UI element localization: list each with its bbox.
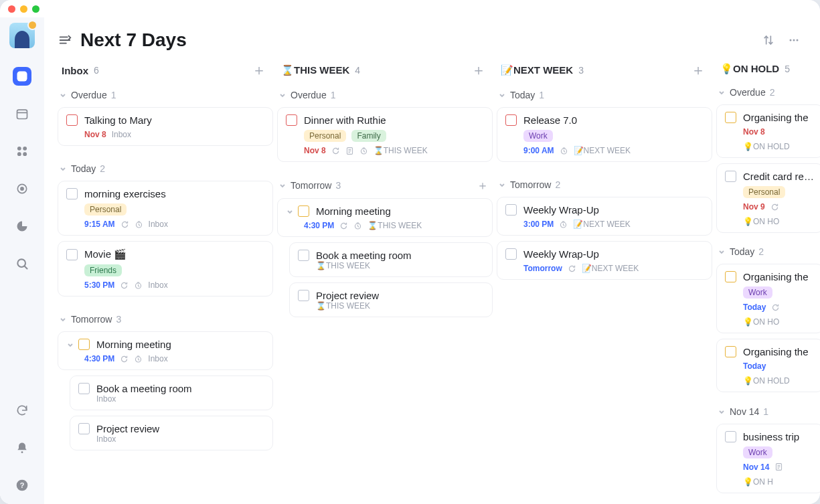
task-card[interactable]: Release 7.0Work9:00 AM📝NEXT WEEK xyxy=(497,107,712,162)
view-icon[interactable] xyxy=(58,33,72,48)
main: Next 7 Days Inbox6＋Overdue1Talking to Ma… xyxy=(44,17,820,504)
section-count: 1 xyxy=(111,90,116,100)
add-task-button[interactable]: ＋ xyxy=(477,179,489,191)
section-header[interactable]: Tomorrow3 xyxy=(58,311,273,331)
task-checkbox[interactable] xyxy=(725,171,736,182)
nav-notifications[interactable] xyxy=(13,438,31,457)
column-count: 6 xyxy=(94,65,99,76)
task-card[interactable]: Weekly Wrap-Up3:00 PM📝NEXT WEEK xyxy=(497,197,712,236)
task-checkbox[interactable] xyxy=(505,204,517,216)
task-title: Book a meeting room xyxy=(316,250,412,261)
recur-icon xyxy=(331,147,340,155)
task-list-crumb: 📝NEXT WEEK xyxy=(573,220,630,229)
task-checkbox[interactable] xyxy=(66,114,78,126)
tag: Friends xyxy=(84,264,122,276)
task-card[interactable]: Book a meeting room⌛THIS WEEK xyxy=(289,242,493,277)
task-checkbox[interactable] xyxy=(298,250,309,261)
expand-icon[interactable] xyxy=(66,341,74,349)
expand-icon[interactable] xyxy=(286,207,294,216)
task-card[interactable]: Organising theWorkToday💡ON HO xyxy=(716,264,820,333)
section-header[interactable]: Overdue1 xyxy=(58,87,273,107)
chevron-down-icon xyxy=(59,165,67,173)
task-card[interactable]: Weekly Wrap-UpTomorrow📝NEXT WEEK xyxy=(497,241,712,280)
svg-rect-0 xyxy=(17,72,27,82)
app-window: ? Next 7 Days Inbox6＋Overdue1Talking to … xyxy=(0,0,820,504)
task-checkbox[interactable] xyxy=(505,114,517,126)
task-card[interactable]: Morning meeting4:30 PMInbox xyxy=(58,331,273,370)
column-count: 5 xyxy=(785,64,790,74)
nav-timer[interactable] xyxy=(13,217,31,236)
section-header[interactable]: Today1 xyxy=(497,87,712,107)
chevron-down-icon xyxy=(278,181,286,189)
task-list-crumb: 💡ON HOLD xyxy=(743,376,790,386)
task-card[interactable]: Dinner with RuthiePersonalFamilyNov 8⌛TH… xyxy=(277,107,493,162)
section-header[interactable]: Nov 141 xyxy=(716,404,820,424)
task-checkbox[interactable] xyxy=(298,205,309,217)
task-card[interactable]: morning exercisesPersonal9:15 AMInbox xyxy=(58,181,273,236)
add-task-button[interactable]: ＋ xyxy=(691,63,706,78)
more-button[interactable] xyxy=(785,31,803,49)
section-header[interactable]: Today2 xyxy=(58,161,273,181)
add-task-button[interactable]: ＋ xyxy=(252,63,266,78)
nav-sync[interactable] xyxy=(13,401,31,420)
task-time: 5:30 PM xyxy=(84,280,114,290)
task-card[interactable]: business tripWorkNov 14💡ON H xyxy=(716,424,820,493)
task-time: Today xyxy=(743,361,766,371)
add-task-button[interactable]: ＋ xyxy=(471,63,486,78)
svg-point-21 xyxy=(797,39,799,41)
task-checkbox[interactable] xyxy=(78,339,90,350)
task-card[interactable]: Movie 🎬Friends5:30 PMInbox xyxy=(58,241,273,297)
task-time: Nov 9 xyxy=(743,202,765,212)
section-label: Overdue xyxy=(71,90,107,100)
task-time: Nov 8 xyxy=(304,146,326,155)
sort-button[interactable] xyxy=(760,31,777,49)
task-checkbox[interactable] xyxy=(725,271,736,282)
chevron-down-icon xyxy=(718,88,726,96)
column-header: 📝NEXT WEEK3＋ xyxy=(497,59,712,87)
svg-line-40 xyxy=(363,151,365,152)
task-checkbox[interactable] xyxy=(725,346,736,357)
task-checkbox[interactable] xyxy=(66,249,78,260)
task-checkbox[interactable] xyxy=(78,423,90,434)
section-header[interactable]: Tomorrow3＋ xyxy=(277,177,493,198)
nav-calendar[interactable] xyxy=(13,104,31,123)
chevron-down-icon xyxy=(278,91,286,99)
nav-tasks[interactable] xyxy=(13,67,31,86)
task-time: 9:15 AM xyxy=(84,220,115,229)
svg-point-4 xyxy=(23,147,27,151)
close-window[interactable] xyxy=(8,5,15,13)
task-checkbox[interactable] xyxy=(286,114,297,126)
section-header[interactable]: Today2 xyxy=(716,244,820,264)
task-checkbox[interactable] xyxy=(505,248,517,260)
task-checkbox[interactable] xyxy=(66,188,78,199)
task-title: Organising the xyxy=(743,112,809,123)
section-label: Tomorrow xyxy=(510,179,551,190)
task-checkbox[interactable] xyxy=(298,290,309,301)
task-title: Project review xyxy=(316,290,379,301)
task-card[interactable]: Organising theNov 8💡ON HOLD xyxy=(716,104,820,158)
task-card[interactable]: Book a meeting roomInbox xyxy=(70,375,273,410)
minimize-window[interactable] xyxy=(20,5,27,13)
section-label: Overdue xyxy=(730,87,766,98)
nav-search[interactable] xyxy=(13,254,31,273)
section-header[interactable]: Overdue2 xyxy=(716,84,820,104)
maximize-window[interactable] xyxy=(32,5,39,13)
task-checkbox[interactable] xyxy=(725,112,736,123)
section-header[interactable]: Tomorrow2 xyxy=(497,177,712,197)
section-count: 1 xyxy=(539,90,544,100)
task-card[interactable]: Project review⌛THIS WEEK xyxy=(289,282,493,317)
svg-point-19 xyxy=(790,39,792,41)
nav-apps[interactable] xyxy=(13,142,31,161)
section-header[interactable]: Overdue1 xyxy=(277,87,493,107)
task-card[interactable]: Project reviewInbox xyxy=(70,416,273,450)
user-avatar[interactable] xyxy=(9,23,35,48)
nav-focus[interactable] xyxy=(13,179,31,198)
task-card[interactable]: Organising theToday💡ON HOLD xyxy=(716,339,820,392)
task-card[interactable]: Talking to MaryNov 8Inbox xyxy=(58,107,273,146)
task-checkbox[interactable] xyxy=(725,431,736,442)
task-title: Morning meeting xyxy=(96,339,171,350)
nav-help[interactable]: ? xyxy=(13,476,31,495)
task-checkbox[interactable] xyxy=(78,383,90,394)
task-card[interactable]: Morning meeting4:30 PM⌛THIS WEEK xyxy=(277,198,493,237)
task-card[interactable]: Credit card repaPersonalNov 9💡ON HO xyxy=(716,163,820,233)
